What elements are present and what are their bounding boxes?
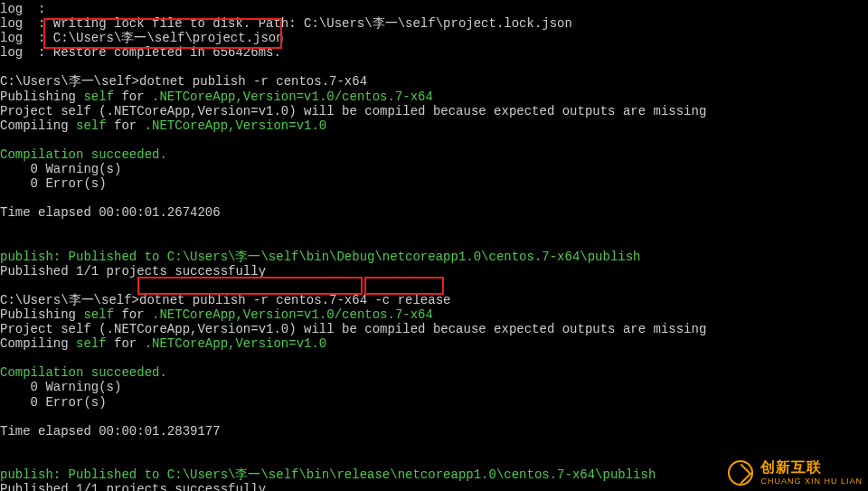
terminal-output: log : log : Writing lock file to disk. P… (0, 2, 868, 491)
compiling-line: Compiling self for .NETCoreApp,Version=v… (0, 118, 326, 133)
published-ok: Published 1/1 projects successfully (0, 482, 266, 491)
watermark-logo-icon (728, 460, 753, 486)
log-line: log : Writing lock file to disk. Path: C… (0, 16, 572, 31)
prompt-line-release: C:\Users\李一\self>dotnet publish -r cento… (0, 293, 450, 307)
time-elapsed: Time elapsed 00:00:01.2674206 (0, 205, 221, 220)
warnings-line: 0 Warning(s) (0, 162, 121, 176)
watermark-text-small: CHUANG XIN HU LIAN (760, 477, 863, 486)
errors-line: 0 Error(s) (0, 395, 107, 410)
publish-path: publish: Published to C:\Users\李一\self\b… (0, 467, 656, 482)
errors-line: 0 Error(s) (0, 176, 107, 191)
publish-path: publish: Published to C:\Users\李一\self\b… (0, 250, 641, 264)
log-line-restore: log : Restore completed in 656426ms. (0, 45, 281, 60)
compiling-line: Compiling self for .NETCoreApp,Version=v… (0, 336, 326, 351)
publish-line: Publishing self for .NETCoreApp,Version=… (0, 90, 433, 104)
log-line: log : C:\Users\李一\self\project.json (0, 31, 284, 45)
time-elapsed: Time elapsed 00:00:01.2839177 (0, 424, 221, 439)
prompt-line: C:\Users\李一\self>dotnet publish -r cento… (0, 74, 367, 89)
compilation-succeeded: Compilation succeeded. (0, 147, 167, 162)
project-line: Project self (.NETCoreApp,Version=v1.0) … (0, 104, 706, 118)
published-ok: Published 1/1 projects successfully (0, 264, 266, 279)
watermark-text-big: 创新互联 (760, 459, 863, 476)
compilation-succeeded: Compilation succeeded. (0, 365, 167, 380)
warnings-line: 0 Warning(s) (0, 380, 121, 394)
log-line: log : (0, 2, 45, 16)
project-line: Project self (.NETCoreApp,Version=v1.0) … (0, 322, 706, 336)
publish-line: Publishing self for .NETCoreApp,Version=… (0, 307, 433, 322)
watermark: 创新互联 CHUANG XIN HU LIAN (728, 459, 863, 486)
